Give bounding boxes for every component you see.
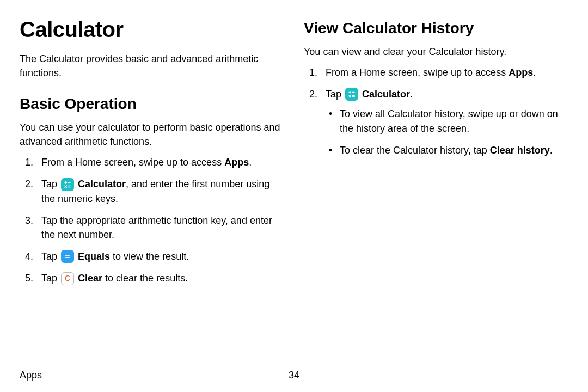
- step-text: to view the result.: [110, 251, 189, 262]
- basic-intro: You can use your calculator to perform b…: [20, 120, 284, 149]
- step-text: .: [249, 157, 252, 168]
- list-item: Tap = Equals to view the result.: [20, 249, 284, 264]
- step-text: Tap: [41, 251, 60, 262]
- equals-icon: =: [61, 250, 74, 263]
- basic-steps: From a Home screen, swipe up to access A…: [20, 155, 284, 285]
- step-text: From a Home screen, swipe up to access: [41, 157, 224, 168]
- clear-label: Clear: [78, 273, 102, 284]
- page-title: Calculator: [20, 17, 284, 42]
- list-item: To view all Calculator history, swipe up…: [326, 107, 568, 135]
- calculator-label: Calculator: [362, 89, 410, 100]
- clear-history-label: Clear history: [490, 145, 550, 156]
- step-text: Tap: [41, 273, 60, 284]
- step-text: .: [410, 89, 413, 100]
- calculator-icon: [61, 178, 74, 191]
- step-text: Tap: [326, 89, 344, 100]
- step-text: , and enter the first number using the n…: [41, 179, 270, 204]
- bullet-text: .: [550, 145, 553, 156]
- calculator-intro: The Calculator provides basic and advanc…: [20, 52, 284, 80]
- apps-label: Apps: [509, 67, 533, 78]
- list-item: From a Home screen, swipe up to access A…: [20, 155, 284, 169]
- equals-label: Equals: [78, 251, 110, 262]
- step-text: Tap the appropriate arithmetic function …: [41, 215, 272, 240]
- bullet-text: To view all Calculator history, swipe up…: [340, 108, 558, 133]
- history-bullets: To view all Calculator history, swipe up…: [326, 107, 568, 157]
- basic-heading: Basic Operation: [20, 95, 284, 113]
- calculator-icon: [345, 88, 358, 101]
- list-item: From a Home screen, swipe up to access A…: [304, 65, 568, 79]
- page-number: 34: [289, 370, 299, 381]
- step-text: .: [533, 67, 536, 78]
- clear-icon: C: [61, 272, 74, 285]
- history-intro: You can view and clear your Calculator h…: [304, 45, 568, 59]
- history-heading: View Calculator History: [304, 20, 568, 37]
- list-item: Tap Calculator, and enter the first numb…: [20, 177, 284, 205]
- list-item: To clear the Calculator history, tap Cle…: [326, 143, 568, 157]
- footer-section: Apps: [20, 370, 42, 381]
- footer: Apps 34: [20, 370, 568, 381]
- history-steps: From a Home screen, swipe up to access A…: [304, 65, 568, 157]
- step-text: to clear the results.: [102, 273, 188, 284]
- bullet-text: To clear the Calculator history, tap: [340, 145, 490, 156]
- apps-label: Apps: [224, 157, 249, 168]
- calculator-label: Calculator: [78, 179, 126, 189]
- step-text: Tap: [41, 179, 60, 189]
- step-text: From a Home screen, swipe up to access: [326, 67, 509, 78]
- list-item: Tap Calculator. To view all Calculator h…: [304, 87, 568, 157]
- list-item: Tap C Clear to clear the results.: [20, 271, 284, 285]
- list-item: Tap the appropriate arithmetic function …: [20, 213, 284, 242]
